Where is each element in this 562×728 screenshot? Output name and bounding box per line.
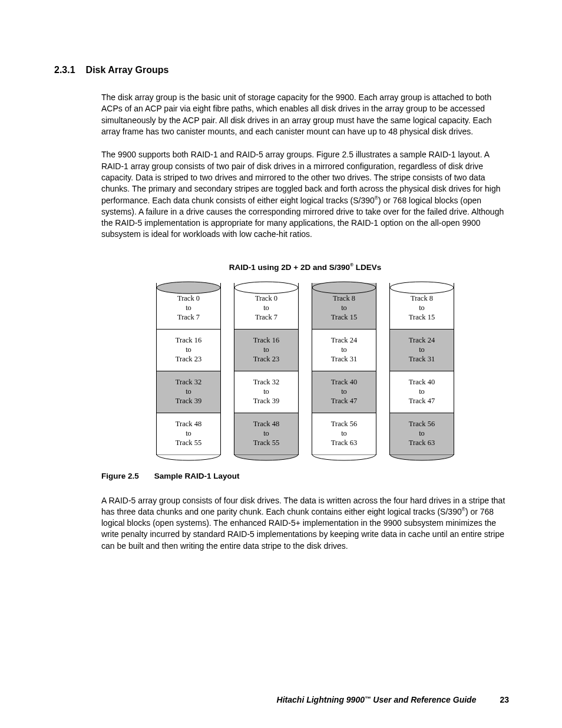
track-band: Track 24toTrack 31: [312, 330, 376, 371]
track-end: Track 7: [255, 313, 277, 322]
svg-point-1: [234, 282, 298, 294]
track-start: Track 0: [177, 294, 200, 304]
track-to: to: [263, 304, 269, 313]
disk-cylinder: Track 8toTrack 15Track 24toTrack 31Track…: [312, 281, 376, 460]
figure-title: RAID-1 using 2D + 2D and S/390® LDEVs: [101, 262, 509, 273]
footer-rest: User and Reference Guide: [371, 695, 476, 704]
track-to: to: [263, 429, 269, 439]
paragraph-3: A RAID-5 array group consists of four di…: [101, 495, 509, 552]
cylinder-row: Track 0toTrack 7Track 16toTrack 23Track …: [101, 281, 509, 460]
track-start: Track 32: [253, 378, 279, 387]
track-end: Track 31: [409, 355, 435, 364]
cylinder-top: [156, 281, 221, 289]
track-start: Track 32: [176, 378, 201, 387]
track-to: to: [341, 429, 347, 439]
section-number: 2.3.1: [54, 65, 75, 75]
track-start: Track 48: [176, 420, 201, 429]
figure-caption-number: Figure 2.5: [101, 472, 139, 480]
svg-point-0: [157, 282, 220, 294]
track-band: Track 56toTrack 63: [389, 413, 454, 455]
track-end: Track 55: [253, 439, 279, 448]
track-to: to: [186, 387, 191, 397]
section-heading: 2.3.1 Disk Array Groups: [54, 65, 509, 75]
disk-cylinder: Track 0toTrack 7Track 16toTrack 23Track …: [156, 281, 221, 460]
track-end: Track 63: [331, 439, 357, 448]
figure-area: RAID-1 using 2D + 2D and S/390® LDEVs Tr…: [101, 262, 509, 482]
cylinder-bottom: [156, 454, 221, 460]
track-band: Track 32toTrack 39: [156, 371, 221, 413]
cylinder-top: [234, 281, 299, 289]
track-to: to: [263, 345, 269, 355]
track-end: Track 55: [176, 439, 201, 448]
track-end: Track 23: [253, 355, 279, 364]
track-end: Track 23: [176, 355, 201, 364]
track-band: Track 24toTrack 31: [389, 330, 454, 371]
track-band: Track 40toTrack 47: [312, 371, 376, 413]
paragraph-3a: A RAID-5 array group consists of four di…: [101, 496, 505, 516]
track-band: Track 16toTrack 23: [234, 330, 299, 371]
content-area: The disk array group is the basic unit o…: [101, 92, 509, 552]
figure-title-b: LDEVs: [353, 262, 381, 271]
track-end: Track 15: [331, 313, 357, 322]
track-band: Track 16toTrack 23: [156, 330, 221, 371]
footer-title: Hitachi Lightning 9900: [277, 695, 365, 704]
track-to: to: [341, 345, 347, 355]
figure-title-a: RAID-1 using 2D + 2D and S/390: [229, 262, 350, 271]
svg-point-2: [312, 282, 376, 294]
page: 2.3.1 Disk Array Groups The disk array g…: [0, 0, 562, 728]
track-band: Track 56toTrack 63: [312, 413, 376, 455]
track-band: Track 48toTrack 55: [234, 413, 299, 455]
track-start: Track 16: [176, 336, 201, 345]
track-end: Track 47: [409, 397, 435, 406]
paragraph-2: The 9900 supports both RAID-1 and RAID-5…: [101, 149, 509, 241]
track-to: to: [263, 387, 269, 397]
track-end: Track 39: [176, 397, 201, 406]
page-footer: Hitachi Lightning 9900™ User and Referen…: [277, 695, 509, 704]
track-start: Track 8: [411, 294, 433, 304]
track-to: to: [341, 387, 347, 397]
cylinder-top: [389, 281, 454, 289]
track-start: Track 48: [253, 420, 279, 429]
paragraph-1: The disk array group is the basic unit o…: [101, 92, 509, 137]
disk-cylinder: Track 0toTrack 7Track 16toTrack 23Track …: [234, 281, 299, 460]
track-to: to: [419, 345, 425, 355]
track-start: Track 16: [253, 336, 279, 345]
track-band: Track 40toTrack 47: [389, 371, 454, 413]
track-to: to: [186, 429, 191, 439]
cylinder-bottom: [234, 454, 299, 460]
track-end: Track 15: [409, 313, 435, 322]
track-to: to: [186, 304, 191, 313]
track-end: Track 39: [253, 397, 279, 406]
track-to: to: [186, 345, 191, 355]
track-start: Track 24: [409, 336, 435, 345]
figure-caption: Figure 2.5Sample RAID-1 Layout: [101, 471, 509, 482]
track-to: to: [419, 429, 425, 439]
track-start: Track 40: [331, 378, 357, 387]
track-band: Track 32toTrack 39: [234, 371, 299, 413]
cylinder-top: [312, 281, 376, 289]
track-end: Track 63: [409, 439, 435, 448]
page-number: 23: [500, 695, 509, 704]
cylinder-bottom: [389, 454, 454, 460]
section-title: Disk Array Groups: [86, 65, 169, 75]
track-start: Track 0: [255, 294, 277, 304]
track-to: to: [419, 304, 425, 313]
disk-cylinder: Track 8toTrack 15Track 24toTrack 31Track…: [389, 281, 454, 460]
figure-caption-text: Sample RAID-1 Layout: [154, 472, 240, 480]
track-to: to: [419, 387, 425, 397]
track-band: Track 48toTrack 55: [156, 413, 221, 455]
track-start: Track 8: [333, 294, 355, 304]
track-end: Track 31: [331, 355, 357, 364]
track-start: Track 56: [409, 420, 435, 429]
track-start: Track 40: [409, 378, 435, 387]
track-start: Track 24: [331, 336, 357, 345]
track-end: Track 7: [177, 313, 200, 322]
track-to: to: [341, 304, 347, 313]
svg-point-3: [390, 282, 454, 294]
cylinder-bottom: [312, 454, 376, 460]
trademark-icon: ™: [365, 695, 371, 702]
track-end: Track 47: [331, 397, 357, 406]
track-start: Track 56: [331, 420, 357, 429]
